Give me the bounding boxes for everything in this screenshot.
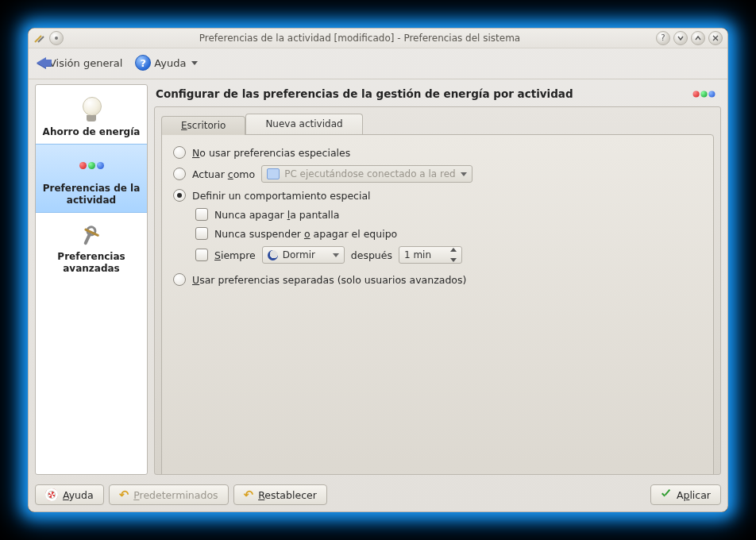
- help-window-button[interactable]: ?: [656, 31, 670, 45]
- close-window-button[interactable]: [708, 31, 723, 45]
- overview-label: Visión general: [49, 57, 122, 69]
- act-as-combo[interactable]: PC ejecutándose conectado a la red: [261, 165, 472, 183]
- page-title: Configurar de las preferencias de la ges…: [156, 87, 692, 100]
- sidebar-item-advanced[interactable]: Preferencias avanzadas: [36, 213, 147, 280]
- radio-icon: [173, 189, 186, 202]
- help-menu-button[interactable]: ? Ayuda: [135, 55, 197, 71]
- option-label: Definir un comportamiento especial: [192, 190, 371, 202]
- back-arrow-icon: [37, 57, 46, 68]
- chevron-up-icon: [450, 248, 457, 252]
- sleep-icon: [268, 250, 278, 260]
- option-define-special[interactable]: Definir un comportamiento especial: [173, 186, 702, 205]
- sidebar-item-energy-saving[interactable]: Ahorro de energía: [36, 88, 147, 144]
- content-panel: Escritorio Nueva actividad No usar prefe…: [154, 106, 721, 475]
- activity-dots-icon: [40, 149, 142, 181]
- sleep-action-combo[interactable]: Dormir: [262, 246, 345, 264]
- pc-icon: [267, 168, 280, 179]
- help-button[interactable]: Ayuda: [35, 484, 104, 505]
- option-separate-prefs[interactable]: Usar preferencias separadas (solo usuari…: [173, 270, 702, 289]
- window-title: Preferencias de la actividad [modificado…: [64, 33, 656, 44]
- titlebar: Preferencias de la actividad [modificado…: [29, 29, 727, 48]
- activity-dots-icon: [693, 91, 716, 97]
- radio-icon: [173, 168, 186, 180]
- tab-label: Nueva actividad: [265, 118, 342, 129]
- chevron-down-icon: [461, 172, 467, 176]
- sidebar-item-label: Ahorro de energía: [40, 126, 142, 137]
- undo-icon: ↶: [119, 488, 129, 502]
- chevron-down-icon: [333, 253, 339, 257]
- tab-desktop[interactable]: Escritorio: [161, 116, 245, 135]
- tab-panel: No usar preferencias especiales Actuar c…: [161, 134, 714, 475]
- maximize-window-button[interactable]: [691, 31, 705, 45]
- toolbar: Visión general ? Ayuda: [29, 48, 727, 79]
- app-menu-icon[interactable]: [33, 32, 46, 44]
- combo-value: PC ejecutándose conectado a la red: [284, 168, 456, 179]
- radio-icon: [173, 146, 186, 159]
- chevron-down-icon: [450, 258, 457, 262]
- spin-buttons[interactable]: [450, 248, 460, 262]
- option-act-as[interactable]: Actuar como PC ejecutándose conectado a …: [173, 162, 702, 186]
- sidebar-item-label: Preferencias de la actividad: [40, 183, 142, 206]
- check-icon: [661, 489, 672, 500]
- main-area: Ahorro de energía Preferencias de la act…: [29, 79, 727, 480]
- option-no-special[interactable]: No usar preferencias especiales: [173, 143, 702, 162]
- checkbox-icon: [195, 227, 208, 240]
- window: Preferencias de la actividad [modificado…: [28, 28, 728, 512]
- content: Configurar de las preferencias de la ges…: [154, 84, 721, 475]
- check-never-off-screen[interactable]: Nunca apagar la pantalla: [195, 205, 702, 224]
- lightbulb-icon: [40, 93, 142, 125]
- overview-back-button[interactable]: Visión general: [37, 57, 122, 69]
- tab-new-activity[interactable]: Nueva actividad: [245, 114, 362, 134]
- help-icon: ?: [135, 55, 151, 71]
- undo-icon: ↶: [244, 488, 254, 502]
- sidebar: Ahorro de energía Preferencias de la act…: [35, 84, 148, 475]
- radio-icon: [173, 273, 186, 286]
- after-duration-spin[interactable]: 1 min: [399, 246, 462, 264]
- combo-value: Dormir: [283, 249, 315, 260]
- check-always-action[interactable]: Siempre Dormir después 1 min: [195, 243, 702, 267]
- defaults-button[interactable]: ↶ Predeterminados: [109, 484, 229, 505]
- dialog-button-row: Ayuda ↶ Predeterminados ↶ Restablecer Ap…: [29, 480, 727, 511]
- tab-bar: Escritorio Nueva actividad: [155, 107, 720, 134]
- check-never-suspend[interactable]: Nunca suspender o apagar el equipo: [195, 224, 702, 243]
- svg-point-2: [55, 37, 58, 40]
- pin-window-button[interactable]: [49, 31, 64, 45]
- after-label: después: [351, 249, 392, 261]
- reset-button[interactable]: ↶ Restablecer: [233, 484, 327, 505]
- minimize-window-button[interactable]: [673, 31, 688, 45]
- checkbox-icon: [195, 208, 208, 221]
- checkbox-icon: [195, 249, 208, 261]
- lifebuoy-icon: [45, 488, 58, 501]
- chevron-down-icon: [191, 61, 198, 65]
- apply-button[interactable]: Aplicar: [650, 484, 721, 505]
- help-label: Ayuda: [154, 57, 186, 69]
- spin-value: 1 min: [404, 249, 431, 260]
